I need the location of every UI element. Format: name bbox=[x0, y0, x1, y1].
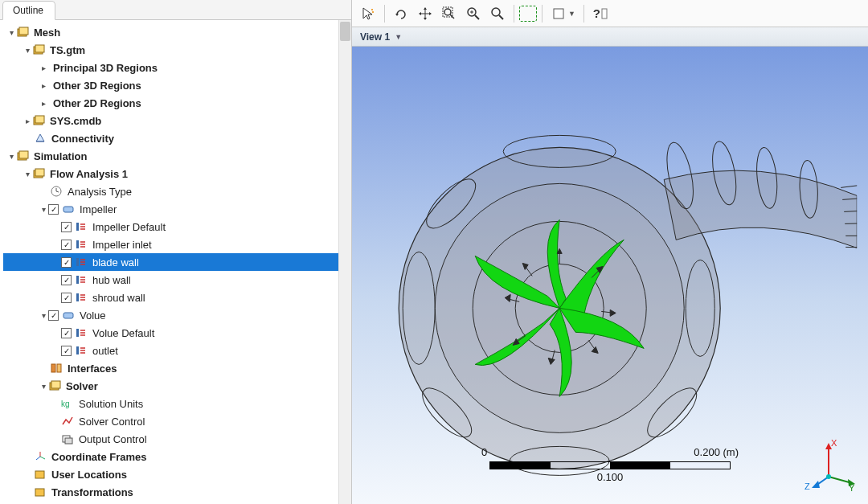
tree-node-simulation[interactable]: ▾ Simulation bbox=[3, 147, 351, 165]
transform-icon bbox=[34, 486, 47, 498]
tree-node-analysis-type[interactable]: Analysis Type bbox=[3, 182, 351, 200]
tree-node-mesh[interactable]: ▾ Mesh bbox=[3, 23, 351, 41]
view-header[interactable]: View 1 ▼ bbox=[352, 27, 868, 47]
tree-label: outlet bbox=[91, 345, 118, 357]
tree-node-output-control[interactable]: Output Control bbox=[3, 430, 351, 448]
caret-icon[interactable]: ▸ bbox=[39, 99, 48, 108]
outline-tab-bar: Outline bbox=[0, 0, 351, 20]
checkbox[interactable]: ✓ bbox=[61, 346, 72, 356]
caret-icon[interactable]: ▾ bbox=[23, 46, 32, 55]
simulation-icon bbox=[16, 150, 29, 162]
solver-icon bbox=[48, 379, 61, 392]
svg-rect-54 bbox=[554, 9, 563, 18]
tree-node-volue[interactable]: ▾ ✓ Volue bbox=[3, 306, 351, 324]
pick-tool-button[interactable] bbox=[357, 3, 379, 24]
svg-marker-42 bbox=[424, 18, 427, 20]
outline-tab[interactable]: Outline bbox=[2, 1, 55, 20]
tree-node-interfaces[interactable]: Interfaces bbox=[3, 359, 351, 377]
caret-icon[interactable]: ▾ bbox=[39, 205, 48, 214]
tree-node-solver[interactable]: ▾ Solver bbox=[3, 377, 351, 395]
tree-node-user-locations[interactable]: User Locations bbox=[3, 465, 351, 483]
tree-node-impeller-inlet[interactable]: ✓ Impeller inlet bbox=[3, 236, 351, 253]
tree-scrollbar[interactable] bbox=[338, 20, 351, 504]
tree-node-impeller[interactable]: ▾ ✓ Impeller bbox=[3, 200, 351, 218]
tree-node-blade-wall[interactable]: ✓ blade wall bbox=[3, 253, 351, 271]
caret-icon[interactable]: ▾ bbox=[6, 152, 16, 161]
dropdown-arrow-icon[interactable]: ▼ bbox=[568, 10, 575, 18]
checkbox[interactable]: ✓ bbox=[61, 257, 72, 268]
viewport-panel: ▼ ? View 1 ▼ bbox=[352, 0, 868, 504]
viewport-toolbar: ▼ ? bbox=[352, 0, 868, 27]
svg-rect-15 bbox=[63, 207, 73, 212]
svg-line-74 bbox=[845, 247, 857, 248]
boundary-icon bbox=[75, 344, 88, 357]
locations-icon bbox=[34, 468, 47, 481]
caret-icon[interactable]: ▾ bbox=[23, 170, 32, 178]
tree-label: shroud wall bbox=[91, 292, 145, 304]
pan-tool-button[interactable] bbox=[414, 3, 436, 24]
tree-node-other-2d[interactable]: ▸ Other 2D Regions bbox=[3, 94, 351, 112]
viewport-3d[interactable]: 0 0.200 (m) 0.100 X Y bbox=[352, 47, 868, 504]
mesh-icon bbox=[16, 26, 29, 39]
toolbar-separator bbox=[583, 5, 584, 23]
checkbox[interactable]: ✓ bbox=[61, 275, 72, 285]
tree-node-outlet[interactable]: ✓ outlet bbox=[3, 342, 351, 359]
caret-icon[interactable]: ▸ bbox=[39, 64, 48, 72]
help-button[interactable]: ? bbox=[589, 3, 612, 24]
tree-node-flow-analysis[interactable]: ▾ Flow Analysis 1 bbox=[3, 165, 351, 182]
tree-node-shroud-wall[interactable]: ✓ shroud wall bbox=[3, 289, 351, 306]
tree-node-ts-gtm[interactable]: ▾ TS.gtm bbox=[3, 41, 351, 59]
tree-node-hub-wall[interactable]: ✓ hub wall bbox=[3, 271, 351, 289]
face-color-button[interactable] bbox=[547, 3, 570, 24]
tree-node-connectivity[interactable]: Connectivity bbox=[3, 129, 351, 147]
tree-label: Impeller Default bbox=[91, 221, 166, 233]
tree-node-solution-units[interactable]: kg Solution Units bbox=[3, 395, 351, 412]
zoom-fit-button[interactable] bbox=[486, 3, 509, 24]
axis-triad[interactable]: X Y Z bbox=[800, 436, 857, 493]
checkbox[interactable]: ✓ bbox=[61, 293, 72, 303]
checkbox[interactable]: ✓ bbox=[48, 204, 59, 215]
caret-icon[interactable]: ▾ bbox=[6, 28, 16, 37]
caret-icon[interactable]: ▸ bbox=[23, 117, 32, 125]
svg-point-108 bbox=[826, 474, 831, 479]
tree-node-impeller-default[interactable]: ✓ Impeller Default bbox=[3, 218, 351, 236]
svg-line-32 bbox=[40, 457, 45, 459]
zoom-in-button[interactable] bbox=[462, 3, 485, 24]
tree-label: Simulation bbox=[32, 150, 87, 162]
svg-rect-34 bbox=[35, 471, 44, 478]
dropdown-arrow-icon[interactable]: ▼ bbox=[395, 33, 402, 41]
checkbox[interactable]: ✓ bbox=[61, 222, 72, 232]
caret-icon[interactable]: ▾ bbox=[39, 382, 48, 391]
checkbox[interactable]: ✓ bbox=[48, 310, 59, 321]
tree-node-transformations[interactable]: Transformations bbox=[3, 483, 351, 501]
tree-node-other-3d[interactable]: ▸ Other 3D Regions bbox=[3, 76, 351, 94]
tree-node-principal-3d[interactable]: ▸ Principal 3D Regions bbox=[3, 59, 351, 76]
svg-rect-27 bbox=[51, 381, 60, 388]
svg-rect-1 bbox=[19, 27, 28, 35]
tree-node-solver-control[interactable]: Solver Control bbox=[3, 412, 351, 430]
tree-node-coord-frames[interactable]: Coordinate Frames bbox=[3, 448, 351, 465]
svg-marker-106 bbox=[812, 481, 820, 488]
checkbox[interactable]: ✓ bbox=[61, 328, 72, 338]
tree-label: blade wall bbox=[91, 256, 139, 268]
caret-icon[interactable]: ▸ bbox=[39, 81, 48, 90]
svg-rect-17 bbox=[76, 240, 79, 248]
checkbox[interactable]: ✓ bbox=[61, 240, 72, 250]
boundary-icon bbox=[75, 273, 88, 286]
tree-label: Other 3D Regions bbox=[51, 80, 141, 92]
svg-rect-22 bbox=[76, 329, 79, 337]
svg-rect-18 bbox=[76, 258, 79, 266]
svg-rect-5 bbox=[35, 116, 44, 123]
caret-icon[interactable]: ▾ bbox=[39, 311, 48, 320]
rotate-tool-button[interactable] bbox=[390, 3, 412, 24]
box-select-button[interactable] bbox=[519, 6, 537, 22]
tree-label: TS.gtm bbox=[48, 44, 85, 56]
outline-tree[interactable]: ▾ Mesh ▾ TS.gtm ▸ Principal 3D Regions ▸ bbox=[0, 20, 351, 504]
svg-text:Y: Y bbox=[849, 483, 855, 493]
scale-zero: 0 bbox=[481, 446, 487, 458]
tree-label: Analysis Type bbox=[66, 186, 132, 198]
tree-node-sys-cmdb[interactable]: ▸ SYS.cmdb bbox=[3, 112, 351, 129]
zoom-box-button[interactable] bbox=[438, 3, 461, 24]
tree-node-volue-default[interactable]: ✓ Volue Default bbox=[3, 324, 351, 342]
boundary-icon bbox=[75, 326, 88, 339]
